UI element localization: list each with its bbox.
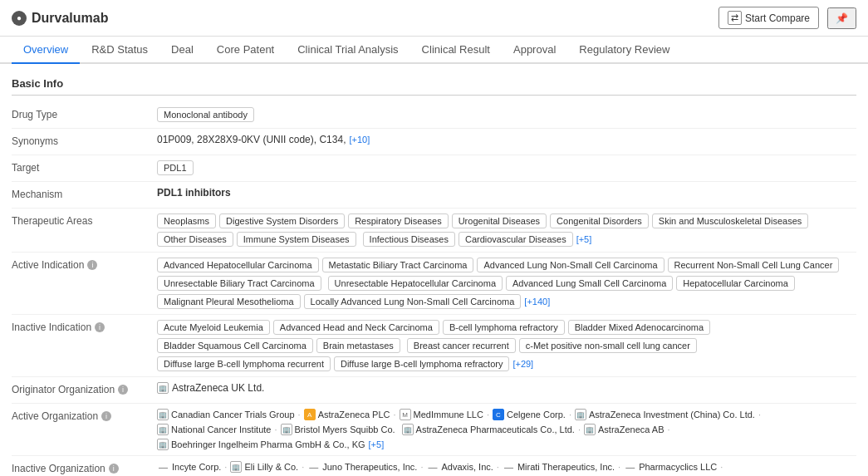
io-mirati: — Mirati Therapeutics, Inc.: [503, 462, 615, 472]
drug-type-row: Drug Type Monoclonal antibody: [12, 102, 856, 129]
ao-azpharm: 🏢 AstraZeneca Pharmaceuticals Co., Ltd.: [402, 424, 575, 435]
ao-celgene: C Celgene Corp.: [493, 409, 566, 420]
start-compare-button[interactable]: ⇄ Start Compare: [718, 7, 819, 29]
inactive-org-value: — Incyte Corp. · 🏢 Eli Lilly & Co. · — J…: [157, 461, 856, 476]
io-juno: — Juno Therapeutics, Inc.: [307, 462, 417, 472]
inactive-indication-row: Inactive Indication i Acute Myeloid Leuk…: [12, 315, 856, 377]
ii-ahnc: Advanced Head and Neck Carcinoma: [273, 320, 439, 335]
therapeutic-areas-label: Therapeutic Areas: [12, 213, 157, 227]
ii-dlbclr: Diffuse large B-cell lymphoma recurrent: [157, 356, 331, 371]
pin-icon: 📌: [836, 12, 848, 24]
pin-button[interactable]: 📌: [827, 7, 856, 29]
originator-org-label: Originator Organization i: [12, 382, 157, 395]
active-indication-value: Advanced Hepatocellular Carcinoma Metast…: [157, 258, 856, 309]
ii-cmet: c-Met positive non-small cell lung cance…: [519, 338, 697, 353]
ao-az: A AstraZeneca PLC: [304, 409, 390, 420]
active-org-info-icon[interactable]: i: [101, 411, 111, 421]
compare-label: Start Compare: [745, 12, 810, 24]
tab-rd-status[interactable]: R&D Status: [80, 37, 159, 64]
ao-azchina: 🏢 AstraZeneca Investment (China) Co. Ltd…: [575, 409, 755, 420]
ai-ubtc: Unresectable Biliary Tract Carcinoma: [157, 276, 321, 291]
ta-more[interactable]: [+5]: [576, 234, 592, 244]
content: Basic Info Drug Type Monoclonal antibody…: [0, 64, 868, 476]
compare-icon: ⇄: [728, 11, 742, 25]
ao-bms-icon: 🏢: [281, 424, 292, 435]
drug-type-label: Drug Type: [12, 107, 157, 120]
ta-other: Other Diseases: [157, 232, 233, 247]
ii-bcrecur: Breast cancer recurrent: [407, 338, 516, 353]
ii-more[interactable]: [+29]: [512, 359, 533, 369]
tab-clinical-result[interactable]: Clinical Result: [410, 37, 502, 64]
ai-alnscc: Advanced Lung Non-Small Cell Carcinoma: [477, 258, 664, 272]
ta-immune: Immune System Diseases: [237, 232, 356, 247]
tab-regulatory-review[interactable]: Regulatory Review: [567, 37, 681, 64]
ao-nci: 🏢 National Cancer Institute: [157, 424, 271, 435]
io-incyte: — Incyte Corp.: [157, 462, 221, 472]
ta-urogenital: Urogenital Diseases: [452, 213, 547, 228]
io-advaxis: — Advaxis, Inc.: [426, 462, 493, 472]
mechanism-text: PDL1 inhibitors: [157, 187, 231, 199]
ai-mpm: Malignant Pleural Mesothelioma: [157, 294, 301, 309]
io-pharmacyclics: — Pharmacyclics LLC: [624, 462, 717, 472]
ai-hcc: Hepatocellular Carcinoma: [676, 276, 795, 291]
drug-icon: ●: [12, 11, 27, 26]
target-tag: PDL1: [157, 160, 194, 175]
ao-azab: 🏢 AstraZeneca AB: [584, 424, 664, 435]
mechanism-label: Mechanism: [12, 187, 157, 200]
ai-more[interactable]: [+140]: [524, 297, 550, 307]
synonyms-text: 01P009, 28X28X9-0KV (UNII code), C134,: [157, 134, 346, 145]
originator-org-info-icon[interactable]: i: [118, 385, 128, 395]
active-indication-label: Active Indication i: [12, 258, 157, 271]
therapeutic-areas-row: Therapeutic Areas Neoplasms Digestive Sy…: [12, 209, 856, 253]
ii-bm: Brain metastases: [316, 338, 400, 353]
target-label: Target: [12, 160, 157, 174]
ao-nci-icon: 🏢: [157, 424, 169, 435]
inactive-indication-label: Inactive Indication i: [12, 320, 157, 333]
tab-overview[interactable]: Overview: [12, 37, 80, 64]
tab-clinical-trial-analysis[interactable]: Clinical Trial Analysis: [286, 37, 409, 64]
ao-cctg-icon: 🏢: [157, 409, 169, 420]
tab-core-patent[interactable]: Core Patent: [205, 37, 286, 64]
originator-org-text: AstraZeneca UK Ltd.: [172, 382, 264, 394]
active-indication-info-icon[interactable]: i: [87, 260, 97, 270]
inactive-indication-value: Acute Myeloid Leukemia Advanced Head and…: [157, 320, 856, 371]
therapeutic-areas-value: Neoplasms Digestive System Disorders Res…: [157, 213, 856, 247]
ai-mbtc: Metastatic Biliary Tract Carcinoma: [322, 258, 474, 272]
active-org-row: Active Organization i 🏢 Canadian Cancer …: [12, 404, 856, 456]
drug-name: Durvalumab: [32, 11, 108, 26]
tab-deal[interactable]: Deal: [159, 37, 205, 64]
io-lilly: 🏢 Eli Lilly & Co.: [230, 461, 298, 473]
ta-neoplasms: Neoplasms: [157, 213, 216, 228]
ta-infectious: Infectious Diseases: [363, 232, 455, 247]
synonyms-more[interactable]: [+10]: [349, 135, 370, 145]
ta-cardiovascular: Cardiovascular Diseases: [459, 232, 573, 247]
ao-medimmune: M MedImmune LLC: [400, 409, 483, 420]
ai-ahc: Advanced Hepatocellular Carcinoma: [157, 258, 319, 272]
synonyms-row: Synonyms 01P009, 28X28X9-0KV (UNII code)…: [12, 129, 856, 155]
nav-tabs: Overview R&D Status Deal Core Patent Cli…: [0, 37, 868, 64]
synonyms-label: Synonyms: [12, 134, 157, 147]
originator-org-value: 🏢 AstraZeneca UK Ltd.: [157, 382, 856, 394]
ao-az-icon: A: [304, 409, 316, 420]
ao-boehringer: 🏢 Boehringer Ingelheim Pharma GmbH & Co.…: [157, 439, 365, 450]
synonyms-value: 01P009, 28X28X9-0KV (UNII code), C134, […: [157, 134, 856, 145]
tab-approval[interactable]: Approval: [502, 37, 567, 64]
ao-azchina-icon: 🏢: [575, 409, 586, 420]
originator-org-icon: 🏢: [157, 382, 169, 394]
drug-type-tag: Monoclonal antibody: [157, 107, 254, 122]
ai-alscc: Advanced Lung Small Cell Carcinoma: [506, 276, 673, 291]
ta-skin: Skin and Musculoskeletal Diseases: [652, 213, 808, 228]
ao-more[interactable]: [+5]: [369, 439, 385, 449]
ta-congenital: Congenital Disorders: [550, 213, 649, 228]
inactive-org-info-icon[interactable]: i: [109, 464, 119, 474]
drug-type-value: Monoclonal antibody: [157, 107, 856, 122]
ai-lanscc: Locally Advanced Lung Non-Small Cell Car…: [304, 294, 522, 309]
io-lilly-icon: 🏢: [230, 461, 242, 473]
ao-celgene-icon: C: [493, 409, 504, 420]
inactive-org-row: Inactive Organization i — Incyte Corp. ·…: [12, 456, 856, 476]
ao-medimmune-icon: M: [400, 409, 411, 420]
ao-azab-icon: 🏢: [584, 424, 596, 435]
inactive-indication-info-icon[interactable]: i: [95, 322, 105, 332]
ta-digestive: Digestive System Disorders: [219, 213, 345, 228]
ta-respiratory: Respiratory Diseases: [348, 213, 449, 228]
